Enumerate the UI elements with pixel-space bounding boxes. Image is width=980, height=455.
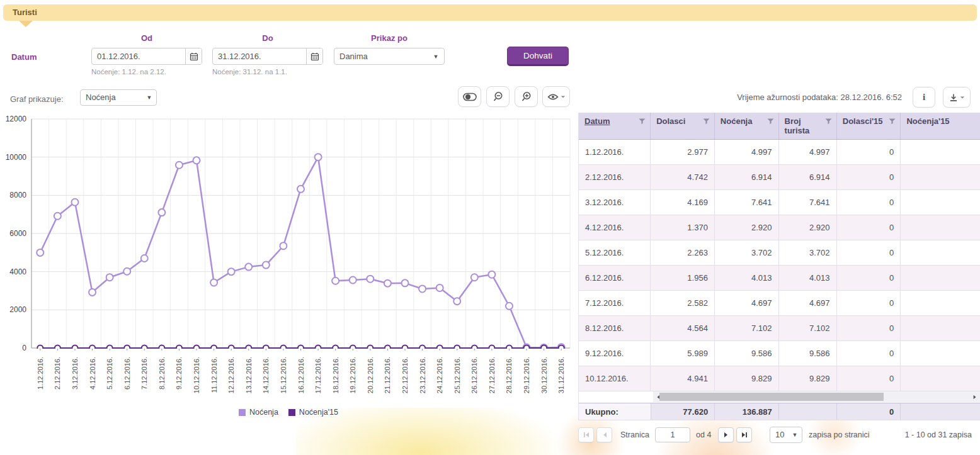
table-cell: 9.829 — [715, 366, 779, 391]
svg-text:19.12.2016.: 19.12.2016. — [349, 357, 356, 393]
filter-icon[interactable] — [889, 118, 896, 125]
page-size-select[interactable]: 10 ▼ — [770, 427, 802, 443]
table-cell: 0 — [837, 366, 901, 391]
table-cell — [901, 240, 980, 265]
first-page-button[interactable] — [578, 427, 594, 442]
totals-dolasci: 77.620 — [651, 403, 715, 420]
series-visibility-button[interactable] — [542, 86, 570, 107]
table-row[interactable]: 4.12.2016.1.3702.9202.9200 — [579, 215, 980, 240]
svg-text:2.12.2016.: 2.12.2016. — [54, 357, 61, 390]
table-hscrollbar — [579, 391, 980, 403]
last-page-button[interactable] — [736, 427, 752, 442]
table-cell: 7.102 — [779, 316, 837, 340]
table-cell: 0 — [837, 240, 901, 265]
date-from-input[interactable] — [92, 48, 185, 64]
table-row[interactable]: 9.12.2016.5.9899.5869.5860 — [579, 341, 980, 366]
date-to-input[interactable] — [213, 48, 306, 64]
svg-text:23.12.2016.: 23.12.2016. — [419, 357, 426, 393]
table-cell: 6.914 — [779, 165, 837, 189]
table-row[interactable]: 3.12.2016.4.1697.6417.6410 — [579, 190, 980, 215]
page-number-input[interactable] — [655, 427, 690, 442]
svg-text:29.12.2016.: 29.12.2016. — [523, 357, 530, 393]
zoom-out-button[interactable] — [486, 86, 510, 107]
table-cell: 0 — [837, 165, 901, 189]
totals-row: Ukupno: 77.620 136.887 0 — [579, 403, 980, 420]
legend-item-nocenja15[interactable]: Noćenja'15 — [288, 408, 338, 417]
table-row[interactable]: 1.12.2016.2.9774.9974.9970 — [579, 140, 980, 165]
column-header-broj-turista[interactable]: Broj turista — [779, 113, 837, 139]
prev-page-button[interactable] — [596, 427, 612, 442]
zoom-in-button[interactable] — [515, 86, 538, 107]
svg-text:8000: 8000 — [9, 191, 26, 199]
column-header-datum[interactable]: Datum — [579, 113, 651, 139]
date-from-hint: Noćenje: 1.12. na 2.12. — [91, 68, 166, 76]
svg-text:15.12.2016.: 15.12.2016. — [280, 357, 287, 393]
column-header-nocenja15[interactable]: Noćenja'15 — [901, 113, 980, 139]
table-cell: 4.997 — [779, 140, 837, 164]
filter-icon[interactable] — [825, 118, 832, 125]
dohvati-button[interactable]: Dohvati — [507, 47, 569, 66]
datum-label: Datum — [11, 52, 37, 62]
records-range-label: 1 - 10 od 31 zapisa — [905, 430, 972, 439]
table-cell: 1.12.2016. — [579, 140, 651, 164]
svg-text:25.12.2016.: 25.12.2016. — [453, 357, 461, 393]
prikaz-po-label: Prikaz po — [334, 33, 445, 43]
table-cell: 7.641 — [715, 190, 779, 215]
next-page-icon — [723, 432, 729, 438]
column-header-dolasci15[interactable]: Dolasci'15 — [837, 113, 901, 139]
svg-text:20.12.2016.: 20.12.2016. — [367, 357, 374, 393]
table-cell: 9.12.2016. — [579, 341, 651, 366]
legend-item-nocenja[interactable]: Noćenja — [239, 408, 278, 417]
table-cell: 4.013 — [779, 266, 837, 290]
svg-text:10000: 10000 — [6, 153, 27, 162]
dropdown-arrow-icon: ▼ — [788, 427, 802, 442]
dropdown-arrow-icon: ▼ — [142, 90, 156, 105]
table-cell — [901, 190, 980, 215]
table-body: 1.12.2016.2.9774.9974.99702.12.2016.4.74… — [579, 140, 980, 391]
hscroll-thumb[interactable] — [659, 393, 884, 401]
filter-icon[interactable] — [767, 118, 774, 125]
svg-text:14.12.2016.: 14.12.2016. — [262, 357, 270, 393]
svg-text:27.12.2016.: 27.12.2016. — [488, 357, 496, 393]
info-button[interactable]: i — [913, 87, 935, 108]
table-cell — [901, 266, 980, 290]
column-header-dolasci[interactable]: Dolasci — [651, 113, 715, 139]
calendar-icon[interactable] — [306, 48, 322, 64]
calendar-icon[interactable] — [185, 48, 202, 64]
table-cell — [901, 165, 980, 189]
filter-icon[interactable] — [639, 118, 646, 125]
prikaz-po-select[interactable]: Danima ▼ — [334, 48, 445, 65]
graf-prikazuje-select[interactable]: Noćenja ▼ — [80, 89, 157, 106]
table-cell: 4.697 — [779, 291, 837, 315]
svg-text:17.12.2016.: 17.12.2016. — [314, 357, 322, 393]
page-title: Turisti — [13, 4, 37, 21]
table-cell: 3.702 — [779, 240, 837, 265]
table-row[interactable]: 7.12.2016.2.5824.6974.6970 — [579, 291, 980, 316]
hscroll-right-icon[interactable] — [971, 393, 979, 401]
svg-text:24.12.2016.: 24.12.2016. — [436, 357, 443, 393]
table-row[interactable]: 5.12.2016.2.2633.7023.7020 — [579, 240, 980, 266]
export-button[interactable] — [943, 87, 971, 108]
svg-text:9.12.2016.: 9.12.2016. — [175, 357, 183, 390]
svg-text:28.12.2016.: 28.12.2016. — [505, 357, 513, 393]
chart-toggle-button[interactable] — [458, 86, 481, 107]
chevron-down-icon — [561, 96, 564, 98]
table-cell: 9.586 — [779, 341, 837, 366]
table-row[interactable]: 10.12.2016.4.9419.8299.8290 — [579, 366, 980, 391]
table-row[interactable]: 2.12.2016.4.7426.9146.9140 — [579, 165, 980, 190]
next-page-button[interactable] — [718, 427, 734, 442]
first-page-icon — [583, 432, 590, 438]
last-page-icon — [741, 432, 748, 438]
hscroll-track[interactable] — [653, 391, 980, 402]
svg-text:22.12.2016.: 22.12.2016. — [401, 357, 409, 393]
filter-icon[interactable] — [703, 118, 710, 125]
table-cell: 5.12.2016. — [579, 240, 651, 265]
info-icon: i — [923, 92, 925, 103]
table-row[interactable]: 6.12.2016.1.9564.0134.0130 — [579, 266, 980, 291]
od-label: Od — [91, 33, 202, 43]
column-header-nocenja[interactable]: Noćenja — [715, 113, 779, 139]
graf-prikazuje-value: Noćenja — [81, 90, 142, 105]
zoom-out-icon — [493, 91, 503, 102]
table-row[interactable]: 8.12.2016.4.5647.1027.1020 — [579, 316, 980, 341]
line-chart[interactable]: 0200040006000800010000120001.12.2016.2.1… — [5, 110, 572, 406]
